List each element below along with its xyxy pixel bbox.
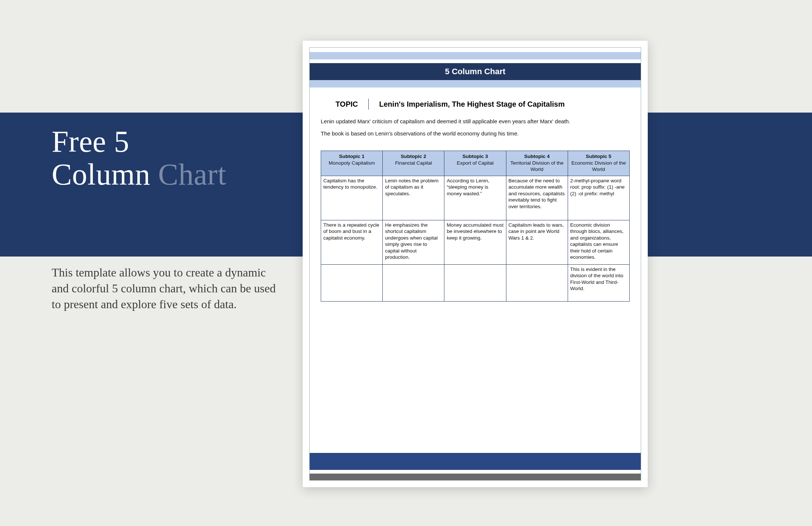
cell: 2-methyl-propane word root: prop suffix:… — [568, 176, 629, 220]
col-header-5: Subtopic 5Economic Division of the World — [568, 151, 629, 176]
cell — [506, 264, 568, 301]
cell: Money accumulated must be invested elsew… — [444, 220, 506, 264]
topic-row: TOPIC Lenin's Imperialism, The Highest S… — [321, 99, 630, 110]
paragraph-1: Lenin updated Marx' criticism of capital… — [321, 116, 630, 127]
cell — [321, 264, 383, 301]
col-header-3: Subtopic 3Export of Capital — [444, 151, 506, 176]
table-wrap: Subtopic 1Monopoly Capitalism Subtopic 2… — [310, 151, 641, 302]
footer-bar-gray — [310, 474, 641, 480]
table-row: This is evident in the division of the w… — [321, 264, 630, 301]
cell: According to Lenin, “sleeping money is m… — [444, 176, 506, 220]
document-preview: 5 Column Chart TOPIC Lenin's Imperialism… — [303, 41, 648, 487]
table-row: There is a repeated cycle of boom and bu… — [321, 220, 630, 264]
header-spacer-2 — [310, 59, 641, 63]
headline-line-2a: Column — [52, 158, 158, 191]
footer-bars — [310, 453, 641, 480]
document-inner: 5 Column Chart TOPIC Lenin's Imperialism… — [309, 47, 641, 481]
topic-label: TOPIC — [321, 100, 358, 109]
document-content: TOPIC Lenin's Imperialism, The Highest S… — [310, 87, 641, 144]
document-title-bar: 5 Column Chart — [310, 63, 641, 80]
cell: Economic division through blocs, allianc… — [568, 220, 629, 264]
cell: There is a repeated cycle of boom and bu… — [321, 220, 383, 264]
footer-bar-white — [310, 470, 641, 474]
header-spacer-1 — [310, 48, 641, 52]
left-column: Free 5 Column Chart This template allows… — [52, 126, 277, 313]
table-header-row: Subtopic 1Monopoly Capitalism Subtopic 2… — [321, 151, 630, 176]
cell: Lenin notes the problem of capitalism as… — [383, 176, 444, 220]
cell: Capitalism has the tendency to monopoliz… — [321, 176, 383, 220]
col-header-1: Subtopic 1Monopoly Capitalism — [321, 151, 383, 176]
cell: This is evident in the division of the w… — [568, 264, 629, 301]
cell: Because of the need to accumulate more w… — [506, 176, 568, 220]
topic-divider — [368, 99, 369, 110]
cell: Capitalism leads to wars, case in point … — [506, 220, 568, 264]
five-column-table: Subtopic 1Monopoly Capitalism Subtopic 2… — [321, 151, 630, 302]
document-title: 5 Column Chart — [445, 67, 506, 76]
header-bar-light-2 — [310, 80, 641, 87]
headline-line-1: Free 5 — [52, 125, 129, 158]
header-bar-light-1 — [310, 52, 641, 59]
topic-value: Lenin's Imperialism, The Highest Stage o… — [379, 100, 565, 109]
cell — [383, 264, 444, 301]
table-row: Capitalism has the tendency to monopoliz… — [321, 176, 630, 220]
cell — [444, 264, 506, 301]
cell: He emphasizes the shortcut capitalism un… — [383, 220, 444, 264]
col-header-4: Subtopic 4Territorial Division of the Wo… — [506, 151, 568, 176]
paragraph-2: The book is based on Lenin's observation… — [321, 128, 630, 139]
headline: Free 5 Column Chart — [52, 126, 277, 191]
description-text: This template allows you to create a dyn… — [52, 265, 277, 313]
footer-bar-blue — [310, 453, 641, 470]
headline-line-2b: Chart — [158, 158, 226, 191]
col-header-2: Subtopic 2Financial Capital — [383, 151, 444, 176]
